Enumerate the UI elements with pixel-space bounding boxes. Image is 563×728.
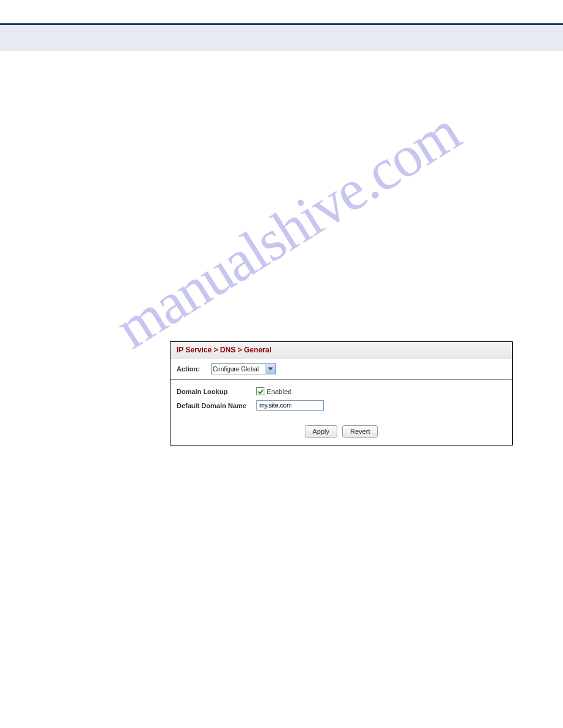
action-row: Action: Configure Global <box>170 358 512 380</box>
domain-lookup-checkbox[interactable] <box>256 387 264 395</box>
form-body: Domain Lookup Enabled Default Domain Nam… <box>170 380 512 419</box>
action-label: Action: <box>177 365 200 373</box>
chevron-down-icon <box>266 364 275 374</box>
check-icon <box>258 389 264 395</box>
domain-lookup-row: Domain Lookup Enabled <box>177 387 506 395</box>
page-header-band <box>0 25 563 51</box>
action-select[interactable]: Configure Global <box>211 363 276 374</box>
apply-button[interactable]: Apply <box>305 425 338 438</box>
domain-lookup-enabled-text: Enabled <box>267 388 291 395</box>
button-row: Apply Revert <box>170 419 512 445</box>
dns-general-panel: IP Service > DNS > General Action: Confi… <box>170 341 513 446</box>
action-select-value: Configure Global <box>212 365 266 373</box>
default-domain-label: Default Domain Name <box>177 402 256 409</box>
panel-breadcrumb: IP Service > DNS > General <box>170 342 512 358</box>
default-domain-row: Default Domain Name <box>177 400 506 411</box>
default-domain-input[interactable] <box>256 400 324 411</box>
svg-marker-0 <box>268 368 273 371</box>
revert-button[interactable]: Revert <box>342 425 378 438</box>
watermark-text: manualshive.com <box>104 97 471 362</box>
domain-lookup-label: Domain Lookup <box>177 388 256 395</box>
